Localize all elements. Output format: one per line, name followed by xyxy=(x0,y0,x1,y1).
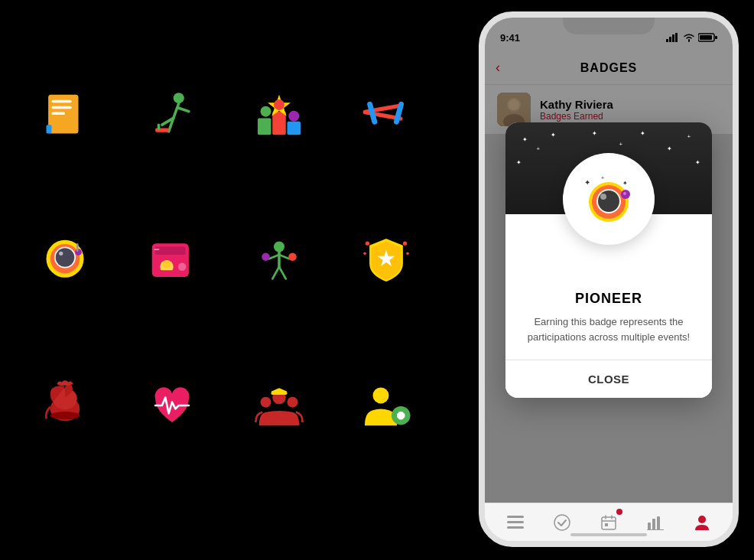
svg-rect-4 xyxy=(47,125,52,133)
svg-rect-92 xyxy=(648,523,651,530)
phone-frame: 9:41 xyxy=(479,11,739,547)
calendar-badge xyxy=(616,509,622,515)
badge-display: ✦ ✦ + ✦ + ✦ ✦ + ✦ ✦ xyxy=(505,122,712,275)
svg-text:+: + xyxy=(601,175,604,181)
svg-point-41 xyxy=(262,252,270,261)
svg-point-48 xyxy=(363,252,366,256)
svg-line-43 xyxy=(272,267,279,279)
svg-rect-61 xyxy=(397,413,405,418)
star-9: ✦ xyxy=(516,159,522,166)
modal-content: PIONEER Earning this badge represents th… xyxy=(505,275,712,344)
star-6: ✦ xyxy=(640,130,645,137)
home-tab-icon xyxy=(507,516,524,529)
svg-point-80 xyxy=(600,194,606,200)
close-button[interactable]: CLOSE xyxy=(505,360,712,398)
svg-rect-95 xyxy=(647,529,664,530)
svg-rect-29 xyxy=(76,243,79,252)
svg-text:✦: ✦ xyxy=(622,180,628,187)
star-1: ✦ xyxy=(522,136,528,143)
star-2: ✦ xyxy=(551,132,556,138)
people-activity-icon[interactable] xyxy=(249,230,310,291)
svg-rect-12 xyxy=(258,118,271,135)
svg-point-42 xyxy=(288,252,297,261)
svg-rect-87 xyxy=(602,517,616,529)
check-tab-icon xyxy=(554,514,570,531)
star-4: ✦ xyxy=(592,130,597,137)
svg-rect-34 xyxy=(159,270,175,275)
scissors-tools-icon[interactable] xyxy=(356,84,417,145)
svg-point-33 xyxy=(163,260,171,269)
svg-rect-2 xyxy=(52,106,72,109)
app-content: Kathy Riviera Badges Earned ✦ ✦ + ✦ xyxy=(485,85,733,503)
svg-point-54 xyxy=(261,397,271,408)
home-indicator xyxy=(570,533,647,536)
tab-profile[interactable] xyxy=(685,506,719,539)
svg-point-27 xyxy=(59,252,63,256)
svg-rect-93 xyxy=(652,519,655,530)
svg-point-49 xyxy=(406,252,409,256)
svg-rect-84 xyxy=(507,521,524,523)
astronaut-badge-icon[interactable] xyxy=(34,230,96,291)
svg-point-17 xyxy=(274,99,284,110)
svg-point-82 xyxy=(623,192,626,195)
svg-point-47 xyxy=(403,242,407,246)
svg-line-39 xyxy=(269,255,279,259)
badge-title: PIONEER xyxy=(524,291,694,307)
star-10: ✦ xyxy=(695,159,700,166)
svg-point-86 xyxy=(554,515,570,530)
svg-point-18 xyxy=(288,111,299,122)
star-8: + xyxy=(687,133,691,140)
svg-rect-11 xyxy=(158,123,161,130)
svg-text:✦: ✦ xyxy=(584,178,590,187)
svg-point-55 xyxy=(288,397,298,408)
svg-point-46 xyxy=(366,242,369,246)
svg-point-96 xyxy=(698,516,706,523)
svg-point-37 xyxy=(274,242,284,252)
svg-line-44 xyxy=(279,267,286,279)
shield-star-icon[interactable] xyxy=(356,230,417,291)
badge-description: Earning this badge represents the partic… xyxy=(524,314,694,344)
star-7: ✦ xyxy=(667,145,672,152)
runner-icon[interactable] xyxy=(141,84,203,145)
calendar-tab-icon xyxy=(601,515,616,530)
svg-point-52 xyxy=(50,412,80,420)
svg-point-35 xyxy=(178,263,187,272)
phone-container: 9:41 xyxy=(479,11,739,547)
modal-overlay: ✦ ✦ + ✦ + ✦ ✦ + ✦ ✦ xyxy=(485,85,733,503)
svg-rect-13 xyxy=(272,112,286,135)
add-person-icon[interactable] xyxy=(356,375,417,436)
svg-rect-14 xyxy=(288,122,301,135)
svg-rect-36 xyxy=(154,249,159,250)
badge-modal: ✦ ✦ + ✦ + ✦ ✦ + ✦ ✦ xyxy=(505,122,712,398)
tab-home[interactable] xyxy=(499,506,532,539)
chart-tab-icon xyxy=(647,515,664,530)
svg-rect-85 xyxy=(507,526,524,529)
svg-point-5 xyxy=(174,93,184,103)
svg-rect-31 xyxy=(155,247,185,256)
profile-card-icon[interactable] xyxy=(141,230,203,291)
svg-point-79 xyxy=(598,190,619,212)
book-icon[interactable] xyxy=(34,84,96,145)
svg-rect-83 xyxy=(507,516,524,518)
svg-point-16 xyxy=(261,106,271,117)
svg-rect-3 xyxy=(52,112,66,116)
community-icon[interactable] xyxy=(249,375,310,436)
svg-rect-1 xyxy=(52,100,72,103)
heartbeat-icon[interactable] xyxy=(141,375,203,436)
svg-point-26 xyxy=(56,248,75,267)
svg-rect-94 xyxy=(657,516,660,530)
badge-circle: ✦ ✦ + xyxy=(563,153,655,245)
star-5: + xyxy=(619,141,623,148)
podium-icon[interactable] xyxy=(249,84,310,145)
svg-line-6 xyxy=(174,103,179,118)
svg-line-9 xyxy=(179,108,189,111)
trojan-helmet-icon[interactable] xyxy=(34,375,96,436)
profile-tab-icon xyxy=(694,514,710,531)
icons-grid xyxy=(0,0,428,560)
pioneer-badge-icon: ✦ ✦ + xyxy=(578,168,639,230)
svg-line-40 xyxy=(279,255,289,259)
svg-rect-91 xyxy=(605,523,608,526)
svg-point-58 xyxy=(373,387,389,403)
star-3: + xyxy=(537,145,541,152)
